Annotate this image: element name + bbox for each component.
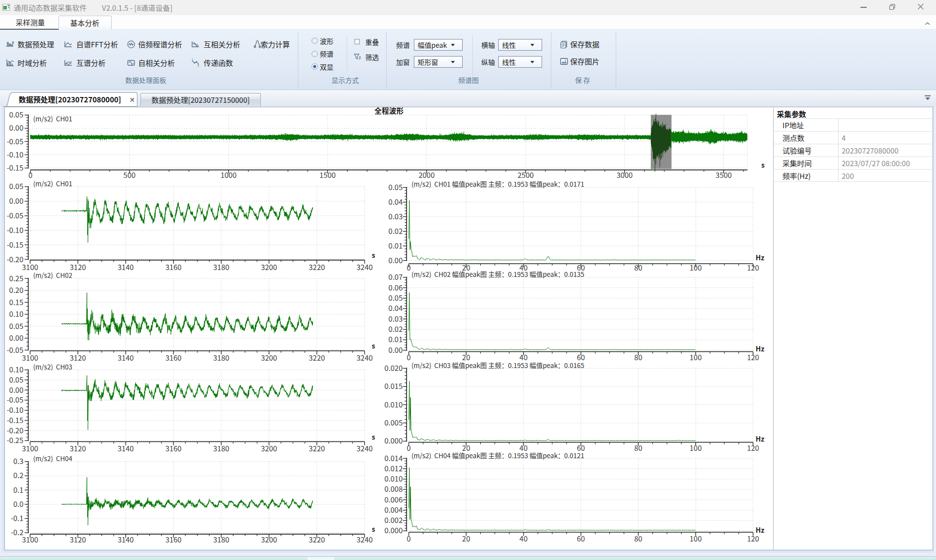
- svg-text:0: 0: [407, 262, 410, 272]
- svg-text:1000: 1000: [220, 170, 236, 180]
- svg-text:(m/s2) CH01: (m/s2) CH01: [33, 178, 72, 188]
- svg-text:0: 0: [407, 352, 410, 362]
- svg-text:0.05: 0.05: [9, 321, 23, 331]
- svg-text:0.03: 0.03: [389, 313, 403, 324]
- svg-text:0.00: 0.00: [9, 195, 23, 206]
- svg-text:3200: 3200: [261, 534, 277, 544]
- svg-text:Hz: Hz: [756, 434, 764, 444]
- svg-text:0.012: 0.012: [385, 463, 403, 473]
- svg-text:全程波形: 全程波形: [374, 105, 404, 116]
- svg-text:Hz: Hz: [756, 252, 764, 262]
- btn-close[interactable]: [917, 3, 924, 10]
- svg-text:3220: 3220: [309, 443, 325, 453]
- svg-text:0.02: 0.02: [389, 324, 403, 334]
- svg-text:0: 0: [407, 533, 410, 543]
- svg-text:-0.20: -0.20: [7, 254, 23, 264]
- btn-restore[interactable]: [889, 4, 895, 9]
- svg-text:0.010: 0.010: [385, 473, 403, 483]
- svg-text:120: 120: [747, 443, 759, 453]
- svg-text:-0.15: -0.15: [7, 162, 23, 173]
- svg-text:s: s: [372, 432, 375, 442]
- svg-text:500: 500: [123, 170, 136, 180]
- svg-text:3140: 3140: [117, 534, 134, 544]
- svg-text:-0.20: -0.20: [7, 425, 23, 435]
- param-采集时间: 采集时间2023/07/27 08:00:00: [774, 156, 934, 169]
- svg-text:3160: 3160: [165, 262, 181, 272]
- svg-text:0.20: 0.20: [9, 285, 23, 295]
- svg-text:3500: 3500: [716, 170, 732, 180]
- svg-text:s: s: [761, 160, 765, 170]
- svg-text:3200: 3200: [261, 262, 277, 272]
- svg-text:60: 60: [577, 533, 585, 543]
- svg-text:0.06: 0.06: [389, 282, 403, 292]
- svg-text:0.006: 0.006: [385, 494, 403, 504]
- svg-text:0.00: 0.00: [9, 332, 23, 343]
- svg-text:Hz: Hz: [756, 344, 764, 353]
- svg-text:0.000: 0.000: [385, 525, 403, 535]
- svg-text:0.03: 0.03: [389, 211, 403, 221]
- svg-text:120: 120: [747, 352, 759, 362]
- svg-text:80: 80: [634, 352, 643, 362]
- svg-text:3180: 3180: [213, 262, 229, 272]
- svg-text:-0.15: -0.15: [7, 239, 23, 250]
- svg-text:0.00: 0.00: [389, 255, 403, 265]
- svg-text:0.25: 0.25: [9, 273, 23, 283]
- svg-text:3120: 3120: [70, 534, 86, 544]
- svg-text:(m/s2) CH02: (m/s2) CH02: [33, 270, 72, 280]
- svg-text:100: 100: [690, 262, 702, 272]
- 通用动态数据采集软件-V2.0.1.5-[8通道设备]: 通用动态数据采集软件V2.0.1.5 - [8通道设备]采样测量基本分析数据预处…: [0, 0, 936, 560]
- svg-text:0: 0: [28, 170, 32, 180]
- svg-text:3220: 3220: [309, 352, 325, 363]
- svg-text:-0.05: -0.05: [7, 136, 23, 146]
- svg-text:0.005: 0.005: [385, 417, 403, 427]
- svg-text:3240: 3240: [356, 262, 372, 272]
- svg-text:0.05: 0.05: [9, 181, 23, 191]
- svg-text:-0.10: -0.10: [7, 225, 23, 235]
- svg-text:-0.10: -0.10: [7, 405, 23, 415]
- svg-text:3220: 3220: [309, 534, 325, 544]
- svg-text:80: 80: [634, 533, 643, 543]
- svg-text:(m/s2) CH02 幅值peak图 主频：0.1953: (m/s2) CH02 幅值peak图 主频：0.1953 幅值peak：0.0…: [411, 269, 585, 279]
- svg-text:s: s: [372, 250, 375, 260]
- svg-text:-0.15: -0.15: [7, 415, 23, 425]
- svg-text:0.00: 0.00: [9, 122, 23, 133]
- svg-text:3140: 3140: [117, 262, 134, 272]
- svg-text:3100: 3100: [22, 443, 38, 453]
- svg-text:0.020: 0.020: [385, 363, 403, 373]
- btn-min[interactable]: [860, 7, 867, 8]
- param-IP地址: IP地址: [774, 118, 934, 131]
- svg-text:3160: 3160: [165, 534, 181, 544]
- svg-text:3200: 3200: [261, 352, 277, 363]
- svg-text:0.00: 0.00: [389, 345, 403, 355]
- svg-text:0.002: 0.002: [385, 515, 403, 525]
- svg-text:20: 20: [462, 533, 470, 543]
- svg-text:0.000: 0.000: [385, 435, 403, 445]
- svg-text:-0.05: -0.05: [7, 345, 23, 355]
- svg-text:-0.25: -0.25: [7, 435, 23, 445]
- ribbon-collapse[interactable]: [924, 20, 932, 27]
- svg-text:0.15: 0.15: [9, 297, 23, 307]
- charts: 0.050.00-0.05-0.10-0.1505001000150020002…: [0, 0, 772, 560]
- svg-text:-0.05: -0.05: [7, 394, 23, 405]
- doc-menu[interactable]: [924, 95, 932, 101]
- svg-text:-0.1: -0.1: [11, 513, 23, 523]
- svg-text:3240: 3240: [356, 352, 372, 363]
- svg-text:3120: 3120: [70, 443, 86, 453]
- svg-text:120: 120: [747, 533, 759, 543]
- svg-text:0.04: 0.04: [389, 196, 403, 207]
- svg-text:0.10: 0.10: [9, 309, 23, 319]
- svg-text:s: s: [372, 524, 375, 534]
- svg-text:40: 40: [520, 533, 528, 543]
- svg-text:100: 100: [690, 443, 702, 453]
- svg-text:3180: 3180: [213, 352, 229, 363]
- svg-text:0.2: 0.2: [13, 470, 23, 480]
- param-试验编号: 试验编号20230727080000: [774, 144, 934, 156]
- svg-text:3140: 3140: [117, 352, 134, 363]
- svg-text:0.10: 0.10: [9, 364, 23, 374]
- svg-text:0.02: 0.02: [389, 226, 403, 236]
- status-bar: [0, 557, 936, 560]
- svg-text:3000: 3000: [617, 170, 633, 180]
- svg-text:-0.10: -0.10: [7, 149, 23, 159]
- svg-text:0.07: 0.07: [389, 271, 403, 282]
- svg-text:0.015: 0.015: [385, 381, 403, 391]
